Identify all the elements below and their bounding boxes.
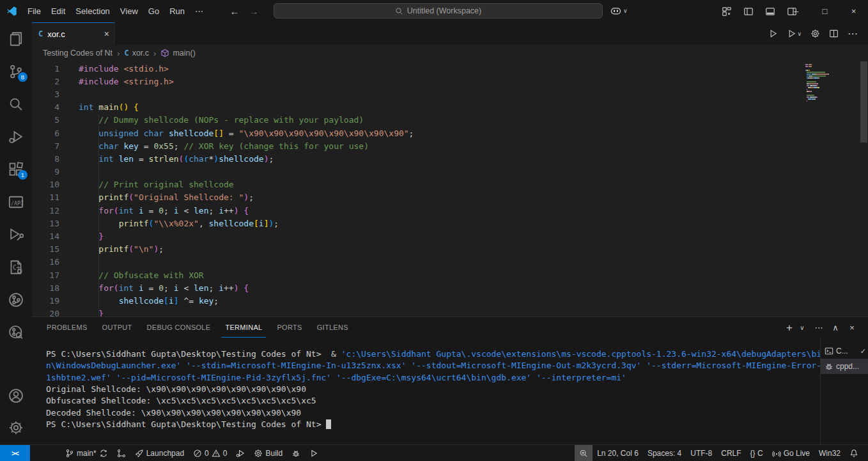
activity-run-and-debug[interactable] <box>8 129 24 145</box>
customize-layout-button[interactable] <box>718 4 735 19</box>
menu-file[interactable]: File <box>22 4 46 19</box>
new-terminal-button[interactable]: + <box>782 321 796 335</box>
minimize-button[interactable]: – <box>782 0 810 22</box>
panel-tab-problems[interactable]: PROBLEMS <box>43 318 91 338</box>
breadcrumb-item[interactable]: main() <box>160 49 195 58</box>
activity-search[interactable] <box>8 97 24 112</box>
maximize-panel-button[interactable]: ∧ <box>828 321 842 335</box>
breadcrumb-item[interactable]: Cxor.c <box>124 49 149 58</box>
activity-extensions[interactable]: 1 <box>8 162 24 177</box>
editor-scrollbar[interactable] <box>860 61 868 316</box>
code-line-18[interactable]: 18 for(int i = 0; i < len; i++) { <box>32 281 830 294</box>
close-window-button[interactable]: × <box>839 0 868 22</box>
forward-button[interactable]: → <box>245 6 262 17</box>
status-go-live[interactable]: Go Live <box>768 445 814 461</box>
code-editor[interactable]: 1#include <stdio.h>2#include <string.h>3… <box>32 61 868 316</box>
run-settings-button[interactable] <box>810 29 820 38</box>
activity-cpp-build-tasks[interactable] <box>8 260 24 275</box>
activity-explorer[interactable] <box>8 31 24 47</box>
activity-testing-tools[interactable] <box>8 227 24 242</box>
status-cursor-position[interactable]: Ln 20, Col 6 <box>593 445 643 461</box>
close-tab-icon[interactable]: × <box>104 29 109 39</box>
menu-go[interactable]: Go <box>143 4 164 19</box>
editor-more-actions-button[interactable]: ⋯ <box>848 27 858 40</box>
code-line-4[interactable]: 4int main() { <box>32 101 830 114</box>
toggle-primary-sidebar-button[interactable] <box>740 4 757 19</box>
status-git-branch[interactable]: main* <box>61 445 112 461</box>
terminal-profile-dropdown-button[interactable]: ∨ <box>795 321 809 335</box>
status-run-task[interactable] <box>305 445 323 461</box>
status-eol-sequence[interactable]: CRLF <box>717 445 745 461</box>
activity-manage[interactable] <box>8 420 24 435</box>
menu-view[interactable]: View <box>115 4 143 19</box>
terminal[interactable]: PS C:\Users\Siddhant Gupta\Desktop\Testi… <box>32 338 820 444</box>
close-panel-button[interactable]: × <box>845 321 859 335</box>
command-center-search[interactable]: Untitled (Workspace) <box>274 3 603 19</box>
code-line-17[interactable]: 17 // Obfuscate with XOR <box>32 269 830 281</box>
status-gitlens-launchpad[interactable]: Launchpad <box>130 445 189 461</box>
line-number: 15 <box>32 244 59 254</box>
copilot-button[interactable]: ∨ <box>610 3 628 19</box>
menu-selection[interactable]: Selection <box>70 4 114 19</box>
scrollbar-thumb[interactable] <box>860 61 867 143</box>
activity-source-control[interactable]: 8 <box>8 64 24 79</box>
layout-left-icon <box>743 6 754 17</box>
split-editor-button[interactable] <box>829 29 839 38</box>
code-line-10[interactable]: 10 // Print original shellcode <box>32 178 830 191</box>
status-problems-summary[interactable]: 00 <box>189 445 231 461</box>
code-line-19[interactable]: 19 shellcode[i] ^= key; <box>32 294 830 307</box>
status-platform[interactable]: Win32 <box>814 445 845 461</box>
terminal-cppdbg[interactable]: cppd... <box>821 359 868 374</box>
status-encoding[interactable]: UTF-8 <box>686 445 717 461</box>
tab-xor-c[interactable]: C xor.c × <box>32 22 115 45</box>
code-line-6[interactable]: 6 unsigned char shellcode[] = "\x90\x90\… <box>32 127 830 139</box>
breadcrumb-item[interactable]: Testing Codes of Nt <box>43 49 112 58</box>
code-line-14[interactable]: 14 } <box>32 230 830 242</box>
panel-tab-ports[interactable]: PORTS <box>273 318 306 338</box>
run-code-button[interactable] <box>768 29 778 38</box>
menu-more[interactable]: ⋯ <box>190 4 208 19</box>
toggle-panel-button[interactable] <box>762 4 779 19</box>
maximize-button[interactable]: □ <box>810 0 839 22</box>
terminal-line-7: PS C:\Users\Siddhant Gupta\Desktop\Testi… <box>46 419 820 431</box>
status-build-task[interactable]: Build <box>249 445 287 461</box>
terminal-powershell[interactable]: C...✓ <box>821 343 868 359</box>
editor-tab-bar: C xor.c × ∨⋯ <box>32 22 868 45</box>
panel-tab-output[interactable]: OUTPUT <box>98 318 136 338</box>
panel-more-actions-button[interactable]: ⋯ <box>812 321 826 335</box>
minimap[interactable] <box>805 64 837 102</box>
code-line-9[interactable]: 9 <box>32 166 830 178</box>
panel-tab-gitlens[interactable]: GITLENS <box>313 318 352 338</box>
code-line-15[interactable]: 15 printf("\n"); <box>32 243 830 256</box>
activity-accounts[interactable] <box>8 388 24 403</box>
menu-run[interactable]: Run <box>164 4 190 19</box>
run-or-debug-dropdown-button[interactable]: ∨ <box>787 29 802 38</box>
status-git-graph[interactable] <box>112 445 130 461</box>
panel-tab-terminal[interactable]: TERMINAL <box>221 318 266 338</box>
code-line-13[interactable]: 13 printf("\\x%02x", shellcode[i]); <box>32 217 830 230</box>
activity-rest-api-client[interactable] <box>8 194 24 210</box>
code-line-2[interactable]: 2#include <string.h> <box>32 75 830 88</box>
status-screencast-zoom[interactable] <box>575 445 593 461</box>
panel-tab-debug-console[interactable]: DEBUG CONSOLE <box>143 318 215 338</box>
code-line-11[interactable]: 11 printf("Original Shellcode: "); <box>32 191 830 204</box>
status-debug-run[interactable] <box>231 445 249 461</box>
code-line-5[interactable]: 5 // Dummy shellcode (NOPs - replace wit… <box>32 114 830 127</box>
code-line-1[interactable]: 1#include <stdio.h> <box>32 62 830 75</box>
menu-edit[interactable]: Edit <box>46 4 70 19</box>
status-remote-indicator[interactable]: >< <box>0 445 30 461</box>
status-language-mode[interactable]: {} C <box>746 445 768 461</box>
status-debug-bug[interactable] <box>287 445 305 461</box>
back-button[interactable]: ← <box>226 6 243 17</box>
editor-actions: ∨⋯ <box>768 22 868 45</box>
code-line-7[interactable]: 7 char key = 0x55; // XOR key (change th… <box>32 139 830 152</box>
code-line-20[interactable]: 20 } <box>32 308 830 316</box>
status-notifications[interactable] <box>845 445 863 461</box>
status-indentation[interactable]: Spaces: 4 <box>643 445 686 461</box>
code-line-16[interactable]: 16 <box>32 256 830 269</box>
activity-gitlens[interactable] <box>8 292 24 308</box>
code-line-3[interactable]: 3 <box>32 88 830 100</box>
activity-gitlens-inspect[interactable] <box>8 325 24 340</box>
code-line-12[interactable]: 12 for(int i = 0; i < len; i++) { <box>32 204 830 217</box>
code-line-8[interactable]: 8 int len = strlen((char*)shellcode); <box>32 152 830 165</box>
